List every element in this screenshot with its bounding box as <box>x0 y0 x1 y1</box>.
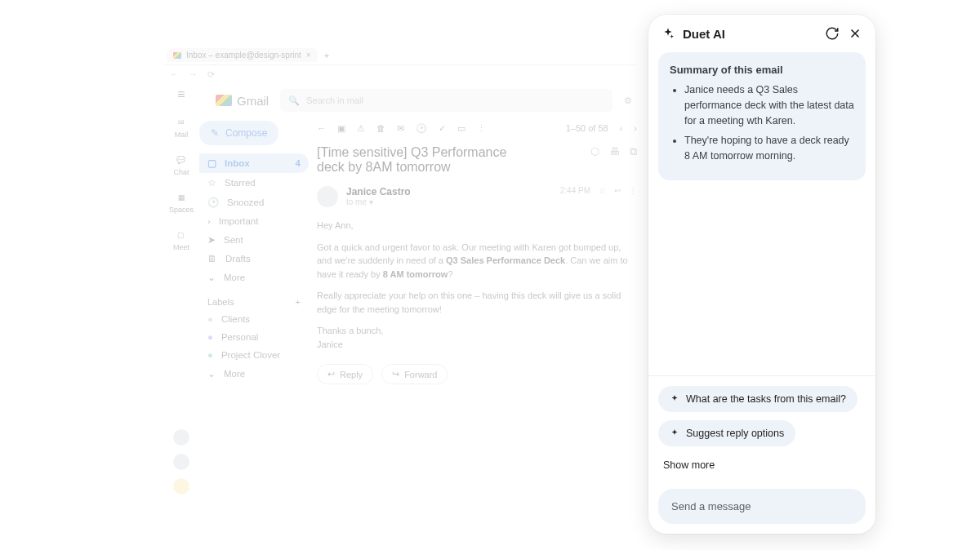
avatar <box>317 186 338 207</box>
forward-icon: ↪ <box>392 369 399 379</box>
star-icon: ☆ <box>207 177 216 189</box>
sidebar-item-more[interactable]: ⌄More <box>199 268 309 287</box>
report-icon[interactable]: ⚠ <box>357 123 365 134</box>
label-icon: ● <box>207 332 213 342</box>
sidebar: ✎ Compose ▢Inbox 4 ☆Starred 🕑Snoozed ›Im… <box>199 118 314 384</box>
mark-unread-icon[interactable]: ✉ <box>397 123 404 134</box>
label-icon: ● <box>207 314 213 324</box>
email-toolbar: ← ▣ ⚠ 🗑 ✉ 🕑 ✓ ▭ ⋮ 1–50 of 58 ‹ › <box>317 118 637 139</box>
label-icon: ● <box>207 350 213 360</box>
inbox-icon: ▢ <box>207 157 216 169</box>
gmail-window: Inbox – example@design-sprint × + ← → ⟳ … <box>163 46 637 503</box>
reply-button[interactable]: ↩Reply <box>317 364 373 384</box>
gmail-header: Gmail 🔍 Search in mail ⚙ <box>163 83 637 118</box>
important-icon: › <box>207 216 211 226</box>
close-icon[interactable] <box>848 26 862 41</box>
label-clients[interactable]: ●Clients <box>199 310 309 328</box>
compose-button[interactable]: ✎ Compose <box>199 121 278 145</box>
label-chip-icon[interactable]: ⬡ <box>590 145 599 158</box>
label-more[interactable]: ⌄More <box>199 364 309 384</box>
sender-row: Janice Castro to me ▾ 2:44 PM ☆ ↩ ⋮ <box>317 186 637 207</box>
summary-heading: Summary of this email <box>670 64 854 76</box>
sidebar-item-starred[interactable]: ☆Starred <box>199 173 309 193</box>
show-more-button[interactable]: Show more <box>658 455 719 476</box>
more-icon[interactable]: ⋮ <box>477 123 486 134</box>
chevron-down-icon: ⌄ <box>207 272 216 283</box>
move-icon[interactable]: ▭ <box>457 123 466 134</box>
sidebar-item-drafts[interactable]: 🗎Drafts <box>199 250 309 268</box>
next-icon[interactable]: › <box>634 123 637 133</box>
duet-footer: What are the tasks from this email? Sugg… <box>648 375 875 534</box>
duet-header: Duet AI <box>648 15 875 52</box>
duet-title: Duet AI <box>683 27 725 41</box>
message-input[interactable]: Send a message <box>658 489 866 524</box>
summary-card: Summary of this email Janice needs a Q3 … <box>658 52 866 180</box>
summary-item: Janice needs a Q3 Sales performance deck… <box>684 82 854 128</box>
reload-icon[interactable]: ⟳ <box>207 69 215 80</box>
email-view: ← ▣ ⚠ 🗑 ✉ 🕑 ✓ ▭ ⋮ 1–50 of 58 ‹ › [Time s… <box>314 118 637 384</box>
sparkle-icon <box>670 394 679 404</box>
gmail-logo: Gmail <box>216 94 269 108</box>
sidebar-item-important[interactable]: ›Important <box>199 212 309 230</box>
close-tab-icon[interactable]: × <box>306 51 311 60</box>
sparkle-icon <box>662 27 675 40</box>
clock-icon: 🕑 <box>207 197 219 208</box>
label-personal[interactable]: ●Personal <box>199 328 309 346</box>
sidebar-item-snoozed[interactable]: 🕑Snoozed <box>199 193 309 212</box>
pencil-icon: ✎ <box>211 127 219 139</box>
sidebar-item-inbox[interactable]: ▢Inbox 4 <box>199 153 309 173</box>
label-project-clover[interactable]: ●Project Clover <box>199 346 309 364</box>
pager-text: 1–50 of 58 <box>566 123 608 133</box>
delete-icon[interactable]: 🗑 <box>376 123 385 133</box>
reply-icon[interactable]: ↩ <box>614 186 621 195</box>
duet-panel: Duet AI Summary of this email Janice nee… <box>648 15 875 534</box>
search-icon: 🔍 <box>288 95 300 106</box>
forward-button[interactable]: ↪Forward <box>381 364 448 384</box>
email-subject: [Time sensitive] Q3 Performance deck by … <box>317 145 637 175</box>
email-body: Hey Ann, Got a quick and urgent favor to… <box>317 219 637 351</box>
popout-icon[interactable]: ⧉ <box>630 145 637 158</box>
gmail-favicon-icon <box>173 52 181 59</box>
snooze-icon[interactable]: 🕑 <box>416 123 427 134</box>
filter-icon[interactable]: ⚙ <box>624 95 632 106</box>
back-icon[interactable]: ← <box>170 69 179 79</box>
browser-tab-bar: Inbox – example@design-sprint × + <box>163 46 637 65</box>
prev-icon[interactable]: ‹ <box>620 123 623 133</box>
archive-icon[interactable]: ▣ <box>337 123 345 134</box>
suggestion-chip[interactable]: Suggest reply options <box>658 420 795 446</box>
more-icon[interactable]: ⋮ <box>629 186 637 195</box>
print-icon[interactable]: 🖶 <box>609 145 620 158</box>
sidebar-item-sent[interactable]: ➤Sent <box>199 230 309 250</box>
labels-heading: Labels + <box>207 297 309 307</box>
chevron-down-icon: ⌄ <box>207 368 216 379</box>
duet-content: Summary of this email Janice needs a Q3 … <box>648 52 875 375</box>
sender-name: Janice Castro <box>346 186 411 197</box>
gmail-logo-icon <box>216 95 232 106</box>
chevron-down-icon[interactable]: ▾ <box>369 197 373 206</box>
browser-nav: ← → ⟳ <box>163 65 637 83</box>
refresh-icon[interactable] <box>825 26 840 41</box>
search-input[interactable]: 🔍 Search in mail <box>280 89 612 112</box>
suggestion-chip[interactable]: What are the tasks from this email? <box>658 386 858 412</box>
new-tab-icon[interactable]: + <box>324 51 329 60</box>
sparkle-icon <box>670 428 679 438</box>
summary-item: They're hoping to have a deck ready 8 AM… <box>684 133 854 164</box>
time: 2:44 PM <box>560 186 590 195</box>
send-icon: ➤ <box>207 234 216 246</box>
back-icon[interactable]: ← <box>317 123 326 133</box>
add-label-icon[interactable]: + <box>296 297 301 307</box>
task-icon[interactable]: ✓ <box>439 123 446 134</box>
reply-icon: ↩ <box>327 369 335 379</box>
star-icon[interactable]: ☆ <box>599 186 606 195</box>
forward-icon[interactable]: → <box>189 69 198 79</box>
draft-icon: 🗎 <box>207 254 217 264</box>
browser-tab[interactable]: Inbox – example@design-sprint × <box>167 48 318 62</box>
